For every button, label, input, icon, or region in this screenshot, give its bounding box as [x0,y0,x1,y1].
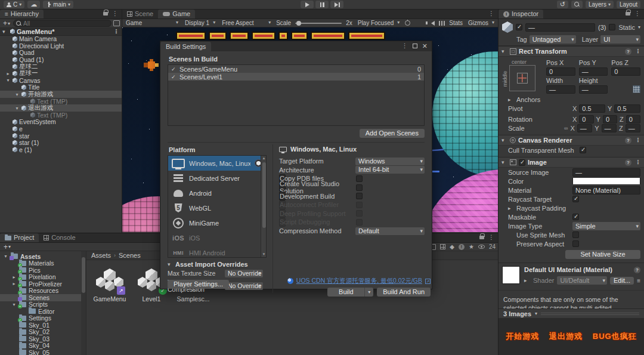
hierarchy-search[interactable] [13,20,112,27]
raycast-target-checkbox[interactable] [572,196,579,202]
component-enabled-checkbox[interactable] [519,159,525,166]
favorite-star-icon[interactable]: ★ [469,243,474,250]
lock-icon[interactable] [626,12,630,16]
anchor-preset-graphic[interactable] [509,65,535,91]
scene-header[interactable]: ▾ GameMenu* ⋮ [0,28,122,36]
create-button[interactable]: +▾ [2,19,11,27]
debug-bug-icon[interactable] [405,20,410,26]
source-image-field[interactable]: — [572,168,640,177]
blueprint-mode-icon[interactable] [633,85,640,93]
foldout-icon[interactable] [11,302,17,307]
canvas-renderer-header[interactable]: ▾ Canvas Renderer ? ⋮ [499,135,644,146]
active-checkbox[interactable] [516,24,522,30]
mute-audio-icon[interactable] [431,21,435,26]
use-sprite-mesh-checkbox[interactable] [572,231,579,238]
folder-row[interactable]: Assets [0,253,86,260]
lock-icon[interactable] [479,236,484,239]
asset-item[interactable]: GameMenu [92,268,127,302]
player-settings-button[interactable]: Player Settings... [168,280,229,289]
pivot-x-field[interactable]: 0.5 [579,104,605,113]
foldout-icon[interactable]: ▾ [168,261,174,267]
tab-inspector[interactable]: i Inspector [499,10,543,18]
scale-x-field[interactable]: — [577,124,592,132]
shader-dropdown[interactable]: UI/Default [557,276,607,285]
label-tag-icon[interactable]: ◆ [450,243,454,250]
undo-history-button[interactable]: ↺ [557,1,568,8]
hierarchy-item[interactable]: 星球二 [0,63,122,70]
tab-console[interactable]: Console [39,233,80,242]
foldout-icon[interactable]: ▸ [524,277,530,283]
foldout-icon[interactable]: ▸ [508,205,514,211]
tab-game[interactable]: Game [158,10,195,18]
folder-row[interactable]: Materials [0,260,86,267]
kebab-menu-icon[interactable]: ⋮ [402,43,408,49]
rotation-x-field[interactable]: 0 [579,115,593,124]
dialog-titlebar[interactable]: Build Settings ⋮ ✕ [160,41,432,51]
foldout-icon[interactable] [14,92,20,97]
hierarchy-item[interactable]: e [0,125,122,132]
texture-compression-dropdown[interactable]: No Override [225,282,263,290]
pivot-y-field[interactable]: 0.5 [614,104,640,113]
height-field[interactable]: — [579,85,608,94]
cull-transparent-mesh-checkbox[interactable] [580,147,586,153]
hierarchy-item[interactable]: 开始游戏 [0,91,122,98]
preview-resize-grip[interactable] [541,313,639,315]
hierarchy-item[interactable]: Quad (1) [0,56,122,63]
raycast-padding-row[interactable]: ▸ Raycast Padding [499,203,644,212]
platform-row[interactable]: Dedicated Server [168,171,266,186]
platform-row[interactable]: WebGL [168,200,266,215]
tag-dropdown[interactable]: Untagged [530,35,576,44]
kebab-menu-icon[interactable]: ⋮ [113,29,119,35]
kebab-menu-icon[interactable]: ⋮ [635,48,641,54]
folder-row[interactable]: Sky_03 [0,335,86,342]
scene-in-build-row[interactable]: ✓ Scenes/Level1 1 [168,73,424,81]
folder-row[interactable]: Editor [0,308,86,315]
material-field[interactable]: None (Material) [572,186,640,195]
play-focused-dropdown[interactable]: Play Focused [357,20,401,26]
folder-row[interactable]: Scripts [0,301,86,308]
preserve-aspect-checkbox[interactable] [572,240,579,247]
scrollbar-thumb[interactable] [82,257,85,293]
create-asset-button[interactable]: +▾ [2,243,12,251]
static-checkbox[interactable] [609,24,615,30]
setting-checkbox[interactable] [356,184,363,191]
foldout-icon[interactable] [3,254,8,259]
help-icon[interactable]: ? [625,48,631,55]
image-type-dropdown[interactable]: Simple [572,222,640,230]
folder-row[interactable]: Sky_01 [0,322,86,329]
display-dropdown[interactable]: Display 1 [184,20,216,26]
platform-row[interactable]: Android [168,186,266,200]
platform-row[interactable]: HMI HMI Android [168,245,266,258]
play-button[interactable] [301,1,314,8]
rotation-y-field[interactable]: 0 [603,115,617,124]
foldout-icon[interactable] [11,281,17,286]
help-icon[interactable]: ? [625,137,631,144]
build-button[interactable]: Build [327,288,364,297]
anchors-row[interactable]: ▸ Anchors [499,95,644,104]
folder-row[interactable]: Sky_02 [0,329,86,336]
width-field[interactable]: — [546,85,575,94]
kebab-menu-icon[interactable]: ⋮ [635,137,641,143]
tab-scene[interactable]: Scene [122,10,158,18]
platform-row[interactable]: Windows, Mac, Linux [168,156,266,171]
layers-dropdown[interactable]: Layers ▾ [586,1,614,8]
hierarchy-item[interactable]: Quad [0,50,122,57]
scene-enabled-checkbox[interactable]: ✓ [171,66,177,72]
breadcrumb-current[interactable]: Scenes [119,252,141,259]
kebab-menu-icon[interactable]: ⋮ [488,234,494,240]
setting-checkbox[interactable] [356,210,363,217]
build-dropdown-icon[interactable]: ▾ [364,288,373,297]
scene-in-build-row[interactable]: ✓ Scenes/GameMenu 0 [168,65,424,73]
kebab-menu-icon[interactable]: ⋮ [634,11,640,17]
anchor-preset[interactable]: center middle [502,59,541,94]
hierarchy-item[interactable]: 星球一 [0,70,122,77]
layer-dropdown[interactable]: UI [600,35,640,44]
search-input[interactable] [23,20,109,27]
material-menu-icon[interactable]: ≡ [637,277,640,284]
scale-y-field[interactable]: — [602,124,617,132]
foldout-icon[interactable] [14,106,20,111]
foldout-icon[interactable]: ▸ [508,97,514,103]
setting-checkbox[interactable] [356,193,363,199]
folder-row[interactable]: Pics [0,267,86,274]
folder-row[interactable]: Pixelation [0,274,86,281]
